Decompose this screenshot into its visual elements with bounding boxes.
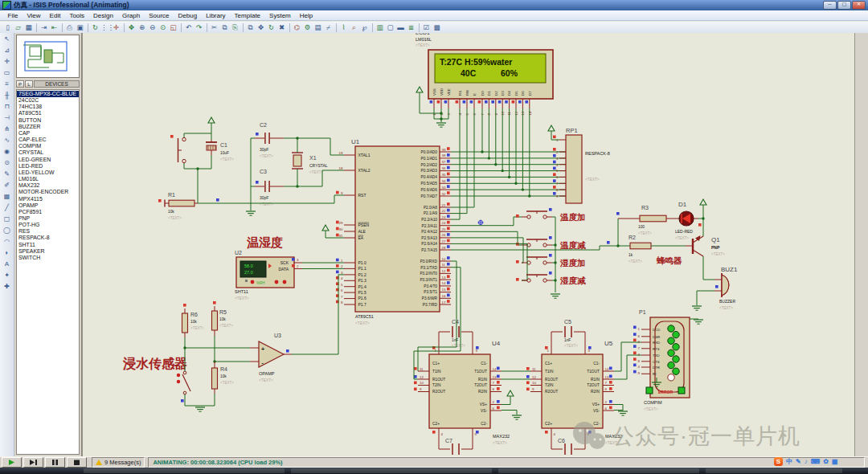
stop-button[interactable]: [67, 457, 87, 468]
search-tag-icon[interactable]: ⌕: [349, 22, 359, 32]
graph-mode-icon[interactable]: ∿: [2, 136, 13, 146]
open-file-icon[interactable]: ▱: [13, 22, 23, 32]
play-button[interactable]: [2, 457, 22, 468]
voltage-probe-mode-icon[interactable]: ✎: [2, 170, 13, 180]
block-rotate-icon[interactable]: ↻: [266, 22, 276, 32]
pick-devices-button[interactable]: P: [16, 80, 24, 88]
subcircuit-mode-icon[interactable]: ⊓: [2, 102, 13, 112]
virtual-instruments-mode-icon[interactable]: ▦: [2, 192, 13, 202]
menu-library[interactable]: Library: [202, 12, 230, 19]
device-item[interactable]: LM016L: [17, 176, 79, 182]
origin-icon[interactable]: ✛: [111, 22, 121, 32]
text-script-mode-icon[interactable]: ≡: [2, 80, 13, 90]
device-item[interactable]: AT89C51: [17, 110, 79, 116]
skin-icon[interactable]: ✿: [823, 458, 829, 465]
tape-recorder-mode-icon[interactable]: ◉: [2, 147, 13, 157]
menu-graph[interactable]: Graph: [117, 12, 144, 19]
export-section-icon[interactable]: ⇤: [49, 22, 59, 32]
maximize-button[interactable]: ▢: [837, 1, 851, 10]
component-p1[interactable]: P1DCD1DSR6RXD2RTS7TXD3CTS8DTR4RI9ERRORCO…: [633, 309, 703, 411]
menu-edit[interactable]: Edit: [45, 12, 65, 19]
cut-icon[interactable]: ✂: [209, 22, 219, 32]
component-u1[interactable]: U1AT89C51<TEXT>19XTAL118XTAL29RST29PSEN3…: [336, 138, 451, 325]
menu-help[interactable]: Help: [295, 12, 317, 19]
pick-device-icon[interactable]: ⌬: [292, 22, 302, 32]
netlist-ares-icon[interactable]: ▩: [432, 22, 442, 32]
device-item[interactable]: CAP-ELEC: [17, 137, 79, 143]
buttons-group[interactable]: 温度加温度减湿度加湿度减: [451, 208, 586, 298]
pen-icon[interactable]: ✎: [796, 458, 801, 465]
print-icon[interactable]: ⎙: [64, 22, 75, 32]
design-explorer-icon[interactable]: ▥: [375, 22, 385, 32]
menu-source[interactable]: Source: [145, 12, 174, 19]
selection-pointer-icon[interactable]: ↖: [2, 35, 13, 45]
new-sheet-icon[interactable]: ▢: [385, 22, 395, 32]
pan-icon[interactable]: ✥: [126, 22, 137, 32]
decompose-icon[interactable]: ⌿: [323, 22, 334, 32]
generator-mode-icon[interactable]: ⊙: [2, 158, 13, 169]
import-section-icon[interactable]: ⇥: [39, 22, 49, 32]
device-item[interactable]: 74HC138: [17, 104, 79, 110]
device-item[interactable]: MAX232: [17, 182, 79, 189]
mark-region-icon[interactable]: ▣: [75, 22, 85, 32]
component-u3[interactable]: 浸水传感器U3+-OPAMP<TEXT>R610k<TEXT>R510k<TEX…: [122, 275, 344, 411]
device-item[interactable]: RESPACK-8: [17, 235, 79, 241]
menu-tools[interactable]: Tools: [65, 12, 89, 19]
device-item[interactable]: OPAMP: [17, 202, 79, 209]
device-item[interactable]: LED-GREEN: [17, 157, 79, 163]
2d-circle-icon[interactable]: ◯: [2, 226, 13, 236]
device-item[interactable]: POT-HG: [17, 222, 79, 228]
bill-of-materials-icon[interactable]: ≣: [406, 22, 416, 32]
device-item[interactable]: PNP: [17, 215, 79, 222]
device-item[interactable]: PCF8591: [17, 209, 79, 215]
device-item[interactable]: LED-RED: [17, 163, 79, 170]
menu-template[interactable]: Template: [230, 12, 264, 19]
library-manage-button[interactable]: L: [25, 80, 33, 88]
2d-box-icon[interactable]: ▢: [2, 215, 13, 225]
2d-path-icon[interactable]: ◗: [2, 248, 13, 259]
device-pins-mode-icon[interactable]: ⋔: [2, 125, 13, 135]
terminals-mode-icon[interactable]: ⊣: [2, 113, 13, 124]
device-item[interactable]: 24C02C: [17, 97, 79, 104]
device-item[interactable]: MOTOR-ENCODER: [17, 189, 79, 195]
paste-icon[interactable]: ⎘: [230, 22, 240, 32]
keyboard-icon[interactable]: ⌨: [811, 458, 821, 465]
taskbar-window[interactable]: [84, 468, 285, 473]
remove-sheet-icon[interactable]: ▬: [395, 22, 406, 32]
buses-mode-icon[interactable]: ╫: [2, 91, 13, 101]
mic-icon[interactable]: ♪: [805, 458, 808, 465]
menu-system[interactable]: System: [265, 12, 296, 19]
minimize-button[interactable]: ─: [823, 1, 837, 10]
taskbar-window[interactable]: [498, 468, 699, 473]
copy-icon[interactable]: ⧉: [219, 22, 230, 32]
menu-design[interactable]: Design: [89, 12, 118, 19]
device-item[interactable]: SHT11: [17, 242, 79, 248]
device-item[interactable]: MPX4115: [17, 196, 79, 202]
2d-line-icon[interactable]: ╱: [2, 203, 13, 214]
menu-view[interactable]: View: [23, 12, 45, 19]
device-item[interactable]: COMPIM: [17, 143, 79, 149]
toolbox-icon[interactable]: ▦: [832, 458, 838, 465]
save-file-icon[interactable]: ▦: [23, 22, 34, 32]
taskbar-window[interactable]: [291, 468, 492, 473]
property-assignment-icon[interactable]: ℘: [359, 22, 370, 32]
menu-debug[interactable]: Debug: [174, 12, 202, 19]
junction-dot-mode-icon[interactable]: ✛: [2, 57, 13, 67]
zoom-in-icon[interactable]: ⊕: [137, 22, 147, 32]
block-move-icon[interactable]: ✥: [256, 22, 266, 32]
wires-data-bus[interactable]: [451, 108, 566, 226]
new-file-icon[interactable]: ▯: [2, 22, 13, 32]
current-probe-mode-icon[interactable]: ✐: [2, 181, 13, 191]
wire-label-mode-icon[interactable]: ▭: [2, 68, 13, 79]
pause-button[interactable]: [45, 457, 65, 468]
2d-arc-icon[interactable]: ◠: [2, 237, 13, 247]
schematic-canvas[interactable]: LCD1LM016L<TEXT>T:27C H:59%water40C60%VS…: [82, 33, 855, 456]
electrical-check-icon[interactable]: ☑: [421, 22, 432, 32]
toggle-grid-icon[interactable]: ⋮⋮: [100, 22, 111, 32]
component-u2[interactable]: 温湿度U258.027.0%RHSCKDATA32SHT11<TEXT>: [235, 235, 344, 300]
zoom-area-icon[interactable]: ◱: [168, 22, 178, 32]
menu-file[interactable]: File: [3, 12, 23, 19]
device-item[interactable]: 7SEG-MPX8-CC-BLUE: [17, 91, 79, 97]
pinyin-indicator[interactable]: 中: [786, 457, 792, 466]
device-item[interactable]: BUTTON: [17, 117, 79, 124]
